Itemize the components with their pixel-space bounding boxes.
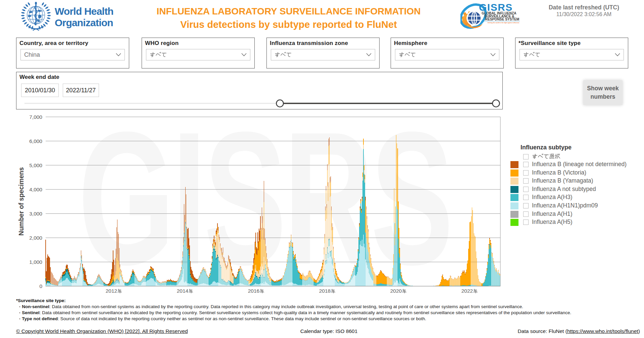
svg-text:7,000: 7,000 — [29, 114, 42, 120]
svg-text:RESPONSE SYSTEM: RESPONSE SYSTEM — [485, 17, 519, 21]
svg-text:Uniting the world in the fight: Uniting the world in the fight against i… — [488, 22, 519, 23]
svg-text:3,000: 3,000 — [29, 211, 42, 216]
svg-text:2,000: 2,000 — [29, 235, 42, 241]
svg-text:4,000: 4,000 — [29, 187, 42, 192]
svg-text:1,000: 1,000 — [29, 259, 42, 265]
svg-text:5,000: 5,000 — [29, 162, 42, 168]
svg-text:0: 0 — [39, 283, 42, 289]
svg-text:6,000: 6,000 — [29, 138, 42, 144]
